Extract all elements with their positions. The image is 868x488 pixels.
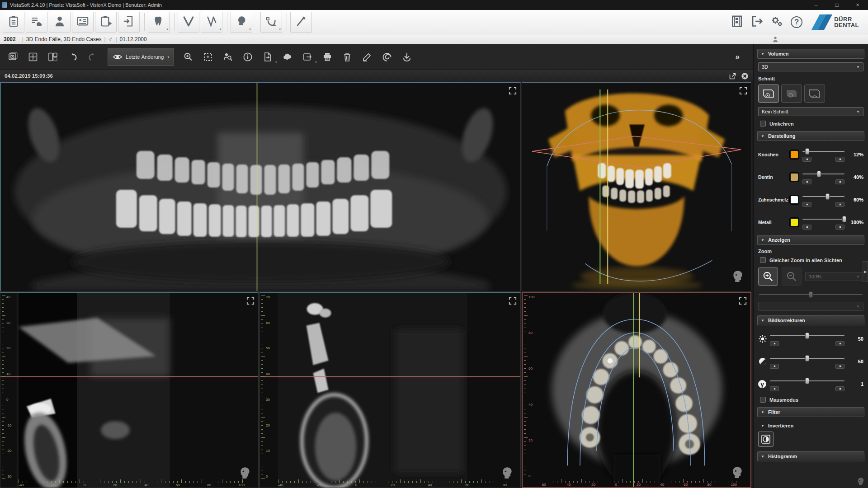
orientation-head-icon[interactable] — [731, 465, 744, 480]
visibility-min-button[interactable] — [802, 157, 811, 162]
send-to-button[interactable]: ▾ — [298, 48, 317, 66]
opacity-slider[interactable] — [802, 147, 844, 162]
slider-thumb[interactable] — [826, 193, 830, 200]
archive-button[interactable] — [727, 12, 747, 32]
zoom-out-button[interactable] — [782, 267, 802, 286]
patient-name[interactable]: 3D Endo Fälle, 3D Endo Cases — [26, 36, 102, 42]
visibility-max-button[interactable] — [835, 225, 844, 230]
slider-thumb[interactable] — [817, 171, 821, 177]
visibility-min-button[interactable] — [802, 225, 811, 230]
section-darstellung[interactable]: ▼Darstellung — [757, 131, 864, 141]
color-swatch[interactable] — [790, 173, 799, 182]
section-bildkorrekturen[interactable]: ▼Bildkorrekturen — [757, 315, 864, 325]
slider-thumb[interactable] — [805, 378, 809, 384]
umkehren-checkbox[interactable] — [760, 121, 766, 127]
zoom-in-button[interactable] — [758, 267, 778, 286]
step-down-button[interactable] — [770, 364, 779, 369]
expand-view-icon[interactable] — [246, 297, 255, 305]
viewport-panoramic[interactable] — [0, 82, 521, 291]
toolbar-overflow-button[interactable]: » — [736, 52, 750, 61]
report-button[interactable] — [3, 12, 24, 33]
patient-photo-icon[interactable] — [771, 35, 779, 43]
select-region-button[interactable] — [198, 48, 217, 66]
color-swatch[interactable] — [790, 218, 799, 227]
edit-image-button[interactable] — [358, 48, 377, 66]
brightness-slider[interactable] — [770, 331, 844, 347]
worklist-button[interactable] — [26, 12, 47, 33]
section-invertieren[interactable]: ▼Invertieren — [757, 421, 864, 431]
orientation-head-icon[interactable] — [500, 465, 514, 480]
viewport-axial[interactable]: 100806040200 -60-40-20020406080100 — [522, 292, 751, 488]
acquire-button[interactable] — [397, 48, 416, 66]
orientation-head-icon[interactable] — [731, 268, 745, 284]
opacity-slider[interactable] — [802, 215, 844, 230]
slider-thumb[interactable] — [805, 355, 809, 361]
zoom-percent-select[interactable]: 100%▼ — [805, 272, 863, 281]
step-up-button[interactable] — [835, 386, 844, 391]
minimize-button[interactable]: – — [806, 0, 826, 10]
redo-button[interactable] — [83, 48, 102, 66]
help-button[interactable]: ? — [787, 12, 807, 32]
cut-mode-free-button[interactable] — [804, 84, 825, 103]
invert-button[interactable] — [758, 432, 774, 447]
viewport-sagittal[interactable]: 403020100-10-20-30 -40-20020406080100 — [0, 292, 259, 488]
step-up-button[interactable] — [835, 364, 844, 369]
export-document-button[interactable]: ▾ — [258, 48, 277, 66]
import-button[interactable] — [118, 12, 140, 33]
slider-thumb[interactable] — [805, 148, 809, 155]
expand-view-icon[interactable] — [509, 297, 517, 305]
slider-thumb[interactable] — [805, 333, 809, 339]
find-similar-button[interactable] — [218, 48, 237, 66]
orientation-head-icon[interactable] — [238, 465, 252, 480]
orientation-head-icon[interactable] — [856, 476, 865, 486]
maximize-button[interactable]: □ — [826, 0, 847, 10]
open-external-icon[interactable] — [729, 72, 736, 80]
visibility-max-button[interactable] — [835, 157, 844, 162]
step-up-button[interactable] — [835, 341, 844, 346]
probe-button[interactable] — [290, 12, 312, 33]
tooth-image-button[interactable]: ▾ — [148, 12, 170, 33]
new-job-button[interactable] — [95, 12, 117, 33]
layout-add-button[interactable] — [24, 48, 42, 66]
color-swatch[interactable] — [790, 150, 799, 159]
step-down-button[interactable] — [770, 341, 779, 346]
last-change-button[interactable]: Letzte Änderung ▾ — [108, 48, 174, 66]
expand-view-icon[interactable] — [509, 87, 517, 95]
cut-select[interactable]: Kein Schnitt▼ — [758, 107, 863, 116]
layout-select-button[interactable] — [43, 48, 62, 66]
opacity-slider[interactable] — [802, 169, 844, 185]
opacity-slider[interactable] — [802, 192, 844, 207]
intraoral-arch-button[interactable] — [178, 12, 199, 33]
expand-view-icon[interactable] — [739, 297, 747, 305]
step-down-button[interactable] — [770, 386, 779, 391]
info-button[interactable] — [238, 48, 257, 66]
expand-view-icon[interactable] — [739, 87, 747, 95]
section-volumen[interactable]: ▼Volumen — [757, 49, 864, 59]
section-anzeigen[interactable]: ▼Anzeigen — [757, 235, 864, 245]
section-filter[interactable]: ▼Filter — [757, 407, 864, 417]
cut-mode-slab-button[interactable] — [758, 84, 779, 103]
cut-mode-halfslab-button[interactable] — [781, 84, 802, 103]
volume-mode-select[interactable]: 3D▼ — [758, 62, 863, 71]
contrast-slider[interactable] — [770, 354, 844, 369]
print-button[interactable] — [318, 48, 337, 66]
visibility-min-button[interactable] — [802, 202, 811, 207]
view-select-disabled[interactable]: ▼ — [758, 302, 863, 311]
viewport-cross-section[interactable]: 706050403020100 -40-20020406080 — [259, 292, 521, 488]
color-swatch[interactable] — [790, 195, 799, 204]
intraoral-arch2-button[interactable]: ▾ — [201, 12, 222, 33]
close-image-icon[interactable] — [741, 72, 749, 80]
visibility-max-button[interactable] — [835, 202, 844, 207]
delete-button[interactable] — [338, 48, 357, 66]
zoom-slider[interactable] — [759, 290, 863, 297]
slider-thumb[interactable] — [809, 291, 813, 298]
pano-head-button[interactable]: ▾ — [231, 12, 252, 33]
undo-button[interactable] — [63, 48, 82, 66]
capture-view-button[interactable] — [4, 48, 23, 66]
slider-thumb[interactable] — [842, 216, 846, 222]
sidebar-expander[interactable]: ▶ — [863, 261, 868, 282]
patient-card-button[interactable] — [72, 12, 94, 33]
viewport-3d[interactable] — [522, 82, 751, 291]
visibility-max-button[interactable] — [835, 179, 844, 184]
mausmodus-checkbox[interactable] — [760, 397, 766, 403]
